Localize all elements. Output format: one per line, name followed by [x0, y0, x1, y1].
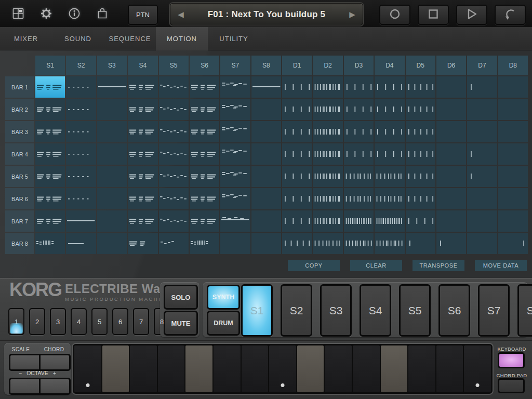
grid-cell-s3-bar2[interactable]: [97, 99, 127, 120]
grid-cell-s3-bar7[interactable]: [97, 210, 127, 232]
grid-cell-s7-bar4[interactable]: [220, 143, 250, 165]
keyboard-key-1[interactable]: [74, 345, 101, 392]
keyboard-key-13[interactable]: [408, 345, 435, 392]
column-header-s2[interactable]: S2: [66, 56, 96, 75]
octave-up-button[interactable]: [39, 378, 71, 395]
grid-cell-s2-bar5[interactable]: [66, 166, 96, 187]
pattern-prev-icon[interactable]: ◀: [170, 10, 191, 19]
part-pad-s7[interactable]: S7: [478, 284, 510, 337]
drum-button[interactable]: DRUM: [207, 311, 240, 336]
grid-cell-d3-bar1[interactable]: [344, 76, 374, 98]
grid-cell-d3-bar6[interactable]: [344, 188, 374, 209]
loop-button[interactable]: [495, 5, 526, 25]
grid-cell-d4-bar2[interactable]: [375, 99, 404, 120]
column-header-s1[interactable]: S1: [35, 56, 65, 75]
pattern-next-icon[interactable]: ▶: [342, 10, 363, 19]
grid-cell-d6-bar8[interactable]: [436, 233, 466, 254]
grid-cell-d2-bar6[interactable]: [313, 188, 342, 209]
column-header-d8[interactable]: D8: [498, 56, 528, 75]
grid-cell-d3-bar8[interactable]: [344, 233, 374, 254]
grid-cell-d5-bar1[interactable]: [406, 76, 435, 98]
tab-utility[interactable]: UTILITY: [208, 27, 260, 50]
grid-cell-s5-bar7[interactable]: [159, 210, 189, 232]
grid-cell-d3-bar2[interactable]: [344, 99, 374, 120]
transpose-button[interactable]: TRANSPOSE: [413, 260, 464, 271]
grid-cell-s2-bar1[interactable]: [66, 76, 96, 98]
grid-cell-d2-bar1[interactable]: [313, 76, 342, 98]
grid-cell-s7-bar1[interactable]: [220, 76, 250, 98]
grid-cell-d3-bar3[interactable]: [344, 121, 374, 142]
grid-cell-d5-bar5[interactable]: [406, 166, 435, 187]
grid-cell-d1-bar4[interactable]: [282, 143, 312, 165]
part-pad-s3[interactable]: S3: [320, 284, 352, 337]
grid-cell-d7-bar5[interactable]: [467, 166, 497, 187]
grid-cell-d8-bar3[interactable]: [498, 121, 528, 142]
keyboard-key-4[interactable]: [158, 345, 185, 392]
grid-cell-d5-bar4[interactable]: [406, 143, 435, 165]
grid-cell-s8-bar2[interactable]: [251, 99, 281, 120]
tab-mixer[interactable]: MIXER: [0, 27, 52, 50]
info-icon[interactable]: [68, 7, 81, 20]
grid-cell-s5-bar4[interactable]: [159, 143, 189, 165]
grid-cell-d6-bar3[interactable]: [436, 121, 466, 142]
keyboard-key-7[interactable]: [242, 345, 269, 392]
grid-cell-s7-bar2[interactable]: [220, 99, 250, 120]
grid-cell-s5-bar6[interactable]: [159, 188, 189, 209]
grid-cell-s4-bar8[interactable]: [128, 233, 157, 254]
column-header-d6[interactable]: D6: [436, 56, 466, 75]
grid-cell-s4-bar7[interactable]: [128, 210, 157, 232]
grid-cell-s8-bar3[interactable]: [251, 121, 281, 142]
grid-cell-s8-bar7[interactable]: [251, 210, 281, 232]
grid-cell-s6-bar3[interactable]: [190, 121, 219, 142]
grid-cell-s8-bar6[interactable]: [251, 188, 281, 209]
grid-cell-d6-bar7[interactable]: [436, 210, 466, 232]
grid-cell-s2-bar7[interactable]: [66, 210, 96, 232]
play-button[interactable]: [456, 5, 487, 25]
grid-cell-d1-bar5[interactable]: [282, 166, 312, 187]
grid-cell-s5-bar5[interactable]: [159, 166, 189, 187]
tab-motion[interactable]: MOTION: [156, 27, 208, 50]
part-pad-s1[interactable]: S1: [241, 284, 273, 337]
grid-cell-s1-bar8[interactable]: [35, 233, 65, 254]
keyboard-key-8[interactable]: [269, 345, 296, 392]
grid-cell-s4-bar6[interactable]: [128, 188, 157, 209]
grid-cell-s2-bar3[interactable]: [66, 121, 96, 142]
grid-cell-s6-bar4[interactable]: [190, 143, 219, 165]
grid-cell-s2-bar2[interactable]: [66, 99, 96, 120]
part-pad-s5[interactable]: S5: [399, 284, 431, 337]
grid-cell-s3-bar8[interactable]: [97, 233, 127, 254]
grid-cell-d3-bar7[interactable]: [344, 210, 374, 232]
keyboard-key-10[interactable]: [325, 345, 352, 392]
grid-cell-d4-bar4[interactable]: [375, 143, 404, 165]
grid-cell-d5-bar2[interactable]: [406, 99, 435, 120]
grid-cell-d6-bar6[interactable]: [436, 188, 466, 209]
grid-cell-d4-bar5[interactable]: [375, 166, 404, 187]
grid-cell-d8-bar1[interactable]: [498, 76, 528, 98]
column-header-d3[interactable]: D3: [344, 56, 374, 75]
grid-cell-d7-bar2[interactable]: [467, 99, 497, 120]
grid-cell-s6-bar7[interactable]: [190, 210, 219, 232]
grid-cell-s5-bar3[interactable]: [159, 121, 189, 142]
grid-cell-s4-bar4[interactable]: [128, 143, 157, 165]
grid-cell-s4-bar3[interactable]: [128, 121, 157, 142]
chord-pad-button[interactable]: [498, 378, 525, 393]
grid-cell-s4-bar5[interactable]: [128, 166, 157, 187]
grid-cell-d2-bar2[interactable]: [313, 99, 342, 120]
grid-cell-s1-bar1[interactable]: [35, 76, 65, 98]
grid-cell-d4-bar7[interactable]: [375, 210, 404, 232]
grid-cell-d5-bar7[interactable]: [406, 210, 435, 232]
pattern-slot-button-1[interactable]: 1: [8, 308, 24, 335]
grid-cell-s3-bar1[interactable]: [97, 76, 127, 98]
column-header-s8[interactable]: S8: [251, 56, 281, 75]
grid-cell-s7-bar5[interactable]: [220, 166, 250, 187]
grid-cell-d2-bar7[interactable]: [313, 210, 342, 232]
move-data-button[interactable]: MOVE DATA: [475, 260, 527, 271]
column-header-s3[interactable]: S3: [97, 56, 127, 75]
grid-cell-s6-bar2[interactable]: [190, 99, 219, 120]
keyboard-key-2[interactable]: [102, 345, 129, 392]
grid-cell-s8-bar8[interactable]: [251, 233, 281, 254]
grid-cell-d6-bar2[interactable]: [436, 99, 466, 120]
keyboard-key-14[interactable]: [436, 345, 463, 392]
grid-cell-s2-bar4[interactable]: [66, 143, 96, 165]
grid-cell-s1-bar2[interactable]: [35, 99, 65, 120]
